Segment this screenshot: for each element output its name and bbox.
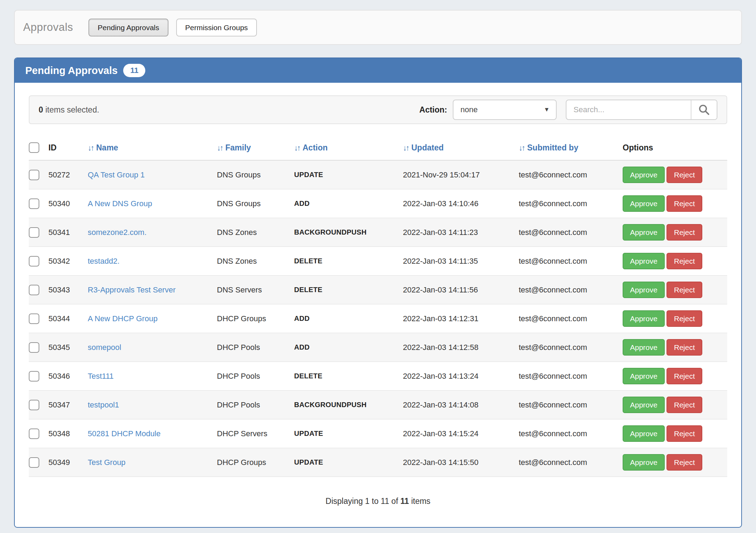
- row-checkbox-cell: [29, 391, 48, 419]
- reject-button[interactable]: Reject: [667, 224, 702, 241]
- row-id: 50347: [48, 391, 88, 419]
- row-checkbox-cell: [29, 448, 48, 477]
- row-name-link[interactable]: QA Test Group 1: [88, 170, 145, 179]
- row-submitted-by: test@6connect.com: [519, 218, 623, 247]
- row-checkbox[interactable]: [29, 170, 39, 180]
- tab-pending-approvals[interactable]: Pending Approvals: [88, 19, 168, 36]
- row-name-cell: Test111: [88, 362, 217, 391]
- row-checkbox[interactable]: [29, 400, 39, 410]
- row-checkbox[interactable]: [29, 342, 39, 353]
- row-family: DHCP Groups: [217, 304, 294, 333]
- row-name-link[interactable]: Test111: [88, 372, 114, 380]
- row-name-link[interactable]: testadd2.: [88, 257, 120, 265]
- approve-button[interactable]: Approve: [623, 282, 665, 298]
- row-updated: 2021-Nov-29 15:04:17: [403, 160, 519, 189]
- reject-button[interactable]: Reject: [667, 253, 702, 269]
- column-header-name[interactable]: ↓↑Name: [88, 142, 217, 160]
- approve-button[interactable]: Approve: [623, 224, 665, 241]
- row-checkbox[interactable]: [29, 198, 39, 209]
- row-name-link[interactable]: A New DNS Group: [88, 199, 152, 208]
- row-checkbox[interactable]: [29, 313, 39, 324]
- row-action: ADD: [294, 333, 403, 362]
- row-family: DNS Groups: [217, 160, 294, 189]
- search-icon: [698, 103, 710, 116]
- row-id: 50272: [48, 160, 88, 189]
- sort-icon: ↓↑: [217, 143, 223, 152]
- row-name-link[interactable]: somepool: [88, 343, 121, 352]
- row-action: BACKGROUNDPUSH: [294, 391, 403, 419]
- row-name-cell: testadd2.: [88, 247, 217, 276]
- approve-button[interactable]: Approve: [623, 425, 665, 442]
- approve-button[interactable]: Approve: [623, 195, 665, 212]
- row-checkbox[interactable]: [29, 285, 39, 295]
- approve-button[interactable]: Approve: [623, 310, 665, 327]
- reject-button[interactable]: Reject: [667, 310, 702, 327]
- reject-button[interactable]: Reject: [667, 397, 702, 413]
- row-action: ADD: [294, 304, 403, 333]
- select-all-checkbox[interactable]: [29, 142, 39, 153]
- row-id: 50348: [48, 419, 88, 448]
- table-row: 50348 50281 DHCP Module DHCP Servers UPD…: [29, 419, 727, 448]
- search-button[interactable]: [691, 100, 717, 119]
- row-checkbox-cell: [29, 160, 48, 189]
- search-input[interactable]: [566, 100, 691, 119]
- row-name-link[interactable]: R3-Approvals Test Server: [88, 285, 175, 294]
- row-action: DELETE: [294, 362, 403, 391]
- page: Approvals Pending Approvals Permission G…: [0, 0, 756, 533]
- row-name-link[interactable]: A New DHCP Group: [88, 314, 158, 323]
- table-row: 50340 A New DNS Group DNS Groups ADD 202…: [29, 189, 727, 218]
- row-name-link[interactable]: Test Group: [88, 458, 126, 467]
- row-checkbox[interactable]: [29, 227, 39, 238]
- row-checkbox[interactable]: [29, 256, 39, 266]
- row-name-link[interactable]: 50281 DHCP Module: [88, 429, 161, 438]
- row-family: DHCP Servers: [217, 419, 294, 448]
- row-id: 50346: [48, 362, 88, 391]
- reject-button[interactable]: Reject: [667, 195, 702, 212]
- row-updated: 2022-Jan-03 14:15:50: [403, 448, 519, 477]
- sort-icon: ↓↑: [88, 143, 93, 152]
- row-checkbox-cell: [29, 247, 48, 276]
- sort-icon: ↓↑: [519, 143, 524, 152]
- approve-button[interactable]: Approve: [623, 339, 665, 356]
- row-submitted-by: test@6connect.com: [519, 276, 623, 304]
- table-row: 50272 QA Test Group 1 DNS Groups UPDATE …: [29, 160, 727, 189]
- row-options-cell: ApproveReject: [623, 160, 727, 189]
- panel-title: Pending Approvals: [25, 65, 118, 76]
- row-options-cell: ApproveReject: [623, 448, 727, 477]
- row-family: DNS Zones: [217, 247, 294, 276]
- row-checkbox-cell: [29, 189, 48, 218]
- tab-permission-groups[interactable]: Permission Groups: [176, 19, 257, 36]
- count-badge: 11: [123, 64, 145, 77]
- column-header-submitted-by[interactable]: ↓↑Submitted by: [519, 142, 623, 160]
- reject-button[interactable]: Reject: [667, 368, 702, 384]
- pagination-prefix: Displaying 1 to 11 of: [326, 497, 400, 506]
- reject-button[interactable]: Reject: [667, 282, 702, 298]
- row-options-cell: ApproveReject: [623, 419, 727, 448]
- row-options-cell: ApproveReject: [623, 333, 727, 362]
- row-name-link[interactable]: testpool1: [88, 400, 119, 409]
- approve-button[interactable]: Approve: [623, 397, 665, 413]
- row-checkbox[interactable]: [29, 457, 39, 468]
- approve-button[interactable]: Approve: [623, 454, 665, 471]
- row-id: 50342: [48, 247, 88, 276]
- column-header-updated[interactable]: ↓↑Updated: [403, 142, 519, 160]
- reject-button[interactable]: Reject: [667, 339, 702, 356]
- reject-button[interactable]: Reject: [667, 425, 702, 442]
- row-checkbox[interactable]: [29, 371, 39, 382]
- approve-button[interactable]: Approve: [623, 167, 665, 183]
- reject-button[interactable]: Reject: [667, 167, 702, 183]
- panel-body: 0 items selected. Action: none ▼: [15, 83, 741, 527]
- row-action: UPDATE: [294, 419, 403, 448]
- row-family: DHCP Pools: [217, 362, 294, 391]
- row-name-link[interactable]: somezone2.com.: [88, 228, 147, 237]
- reject-button[interactable]: Reject: [667, 454, 702, 471]
- row-options-cell: ApproveReject: [623, 276, 727, 304]
- column-header-action[interactable]: ↓↑Action: [294, 142, 403, 160]
- column-header-family[interactable]: ↓↑Family: [217, 142, 294, 160]
- row-checkbox[interactable]: [29, 429, 39, 439]
- approve-button[interactable]: Approve: [623, 253, 665, 269]
- approve-button[interactable]: Approve: [623, 368, 665, 384]
- action-select[interactable]: none ▼: [453, 100, 557, 120]
- row-action: DELETE: [294, 247, 403, 276]
- row-options-cell: ApproveReject: [623, 218, 727, 247]
